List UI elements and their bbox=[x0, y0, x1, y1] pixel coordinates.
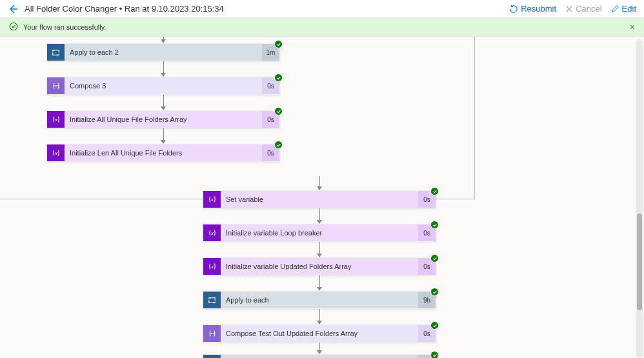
flow-canvas[interactable]: Apply to each 2 1m Compose 3 0s x Initia… bbox=[0, 37, 644, 358]
action-init-updated-folders-array[interactable]: x Initialize variable Updated Folders Ar… bbox=[203, 257, 436, 275]
connector-arrow bbox=[160, 61, 166, 77]
back-arrow-icon[interactable] bbox=[8, 4, 18, 14]
connector-arrow bbox=[160, 95, 166, 110]
success-badge-icon bbox=[274, 141, 283, 149]
cancel-button: Cancel bbox=[565, 4, 601, 14]
connector-arrow bbox=[160, 37, 166, 43]
loop-icon bbox=[47, 44, 65, 61]
action-init-unique-folders-array[interactable]: x Initialize All Unique File Folders Arr… bbox=[46, 110, 280, 128]
svg-text:x: x bbox=[54, 151, 57, 155]
action-label: Compose 3 bbox=[65, 77, 262, 94]
success-badge-icon bbox=[430, 187, 439, 195]
success-check-icon bbox=[9, 22, 18, 32]
action-label: Apply to each 3 bbox=[221, 355, 418, 358]
variable-icon: x bbox=[47, 111, 65, 128]
action-label: Compose Test Out Updated Folders Array bbox=[221, 325, 418, 342]
variable-icon: x bbox=[47, 144, 65, 161]
success-message: Your flow ran successfully. bbox=[23, 23, 106, 31]
success-badge-icon bbox=[430, 321, 439, 330]
success-badge-icon bbox=[274, 74, 283, 82]
cancel-label: Cancel bbox=[576, 4, 601, 14]
success-badge-icon bbox=[274, 107, 283, 115]
connector-arrow bbox=[316, 309, 323, 324]
action-apply-to-each[interactable]: Apply to each 9h bbox=[203, 291, 436, 309]
success-badge-icon bbox=[430, 254, 439, 263]
action-label: Initialize Len All Unique File Folders bbox=[65, 144, 262, 161]
action-compose-3[interactable]: Compose 3 0s bbox=[46, 77, 280, 95]
connector-arrow bbox=[316, 242, 323, 257]
connector-arrow bbox=[316, 208, 323, 224]
svg-text:x: x bbox=[54, 117, 57, 122]
page-header: All Folder Color Changer • Ran at 9.10.2… bbox=[0, 0, 644, 18]
connector-arrow bbox=[316, 343, 323, 354]
connector-arrow bbox=[316, 166, 323, 190]
connector-arrow bbox=[160, 128, 166, 144]
success-badge-icon bbox=[430, 288, 439, 296]
action-label: Initialize variable Loop breaker bbox=[221, 224, 418, 241]
variable-icon: x bbox=[203, 224, 221, 241]
variable-icon: x bbox=[203, 258, 221, 275]
page-title: All Folder Color Changer • Ran at 9.10.2… bbox=[25, 4, 224, 14]
action-label: Apply to each 2 bbox=[65, 44, 262, 61]
header-actions: Resubmit Cancel Edit bbox=[509, 4, 636, 14]
action-label: Apply to each bbox=[221, 292, 418, 308]
edit-button[interactable]: Edit bbox=[611, 4, 636, 14]
edit-label: Edit bbox=[622, 4, 636, 14]
success-badge-icon bbox=[430, 221, 439, 229]
connector-arrow bbox=[316, 275, 323, 291]
vertical-scrollbar[interactable] bbox=[636, 39, 643, 358]
variable-icon: x bbox=[203, 191, 221, 208]
compose-icon bbox=[203, 325, 221, 342]
success-banner: Your flow ran successfully. × bbox=[0, 18, 644, 37]
action-label: Set variable bbox=[221, 191, 418, 208]
loop-icon bbox=[203, 292, 221, 308]
svg-text:x: x bbox=[210, 231, 214, 235]
action-set-variable[interactable]: x Set variable 0s bbox=[203, 190, 436, 208]
action-label: Initialize variable Updated Folders Arra… bbox=[221, 258, 418, 275]
resubmit-label: Resubmit bbox=[521, 4, 556, 14]
action-init-loop-breaker[interactable]: x Initialize variable Loop breaker 0s bbox=[203, 224, 436, 242]
svg-text:x: x bbox=[210, 264, 214, 269]
compose-icon bbox=[47, 77, 65, 94]
action-init-len-unique-folders[interactable]: x Initialize Len All Unique File Folders… bbox=[46, 144, 280, 162]
header-left: All Folder Color Changer • Ran at 9.10.2… bbox=[8, 4, 224, 14]
svg-text:x: x bbox=[210, 197, 214, 202]
scrollbar-thumb[interactable] bbox=[637, 214, 642, 310]
action-apply-to-each-3[interactable]: Apply to each 3 4s bbox=[203, 354, 436, 358]
success-badge-icon bbox=[430, 351, 439, 358]
resubmit-button[interactable]: Resubmit bbox=[509, 4, 556, 14]
action-label: Initialize All Unique File Folders Array bbox=[65, 111, 262, 128]
success-badge-icon bbox=[274, 40, 283, 48]
action-compose-test-out-updated[interactable]: Compose Test Out Updated Folders Array 0… bbox=[203, 324, 436, 343]
action-apply-to-each-2[interactable]: Apply to each 2 1m bbox=[46, 43, 280, 61]
loop-icon bbox=[203, 355, 221, 358]
svg-point-0 bbox=[10, 23, 17, 30]
close-icon[interactable]: × bbox=[630, 22, 635, 32]
